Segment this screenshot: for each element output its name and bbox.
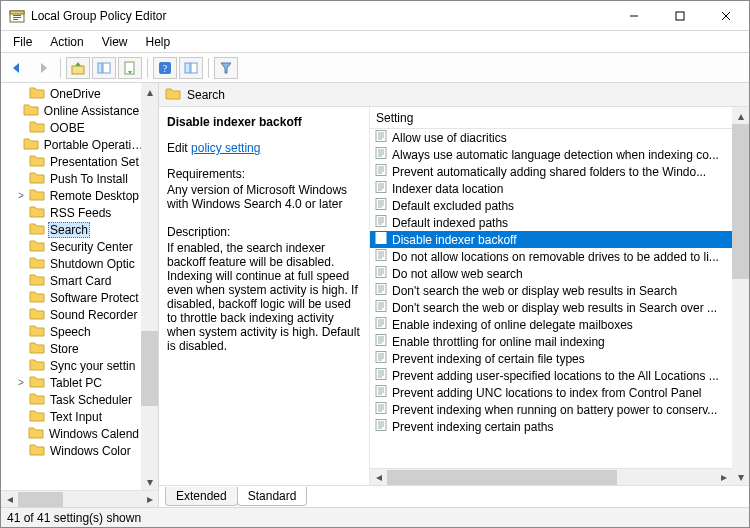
menu-action[interactable]: Action [42,33,91,51]
back-button[interactable] [5,57,29,79]
settings-list[interactable]: Allow use of diacriticsAlways use automa… [370,129,732,468]
tree-item[interactable]: >Online Assistance [1,102,141,119]
setting-row[interactable]: Do not allow web search [370,265,732,282]
setting-row[interactable]: Prevent indexing certain paths [370,418,732,435]
scroll-thumb[interactable] [18,492,63,507]
setting-row[interactable]: Indexer data location [370,180,732,197]
tree-item[interactable]: >Search [1,221,141,238]
tree-expander-icon[interactable]: > [15,190,27,201]
folder-icon [29,221,45,238]
filter-button[interactable] [214,57,238,79]
tree-item[interactable]: >Security Center [1,238,141,255]
tab-standard[interactable]: Standard [237,487,308,506]
list-column-header[interactable]: Setting [370,107,732,129]
setting-row[interactable]: Disable indexer backoff [370,231,732,248]
close-button[interactable] [703,1,749,30]
setting-label: Always use automatic language detection … [392,148,719,162]
scroll-thumb[interactable] [387,470,617,485]
tree-item[interactable]: >OneDrive [1,85,141,102]
tree-item[interactable]: >OOBE [1,119,141,136]
setting-row[interactable]: Prevent automatically adding shared fold… [370,163,732,180]
setting-row[interactable]: Prevent indexing of certain file types [370,350,732,367]
tree-item[interactable]: >Presentation Set [1,153,141,170]
folder-icon [29,340,45,357]
setting-label: Prevent adding UNC locations to index fr… [392,386,702,400]
help-button[interactable]: ? [153,57,177,79]
tree-item-label: Smart Card [48,274,113,288]
edit-policy-link[interactable]: policy setting [191,141,260,155]
setting-row[interactable]: Allow use of diacritics [370,129,732,146]
svg-rect-52 [376,250,386,261]
export-list-button[interactable] [118,57,142,79]
tree-item[interactable]: >Portable Operati… [1,136,141,153]
policy-icon [374,350,388,367]
scroll-thumb[interactable] [732,124,749,279]
show-hide-tree-button[interactable] [92,57,116,79]
setting-row[interactable]: Prevent adding user-specified locations … [370,367,732,384]
setting-row[interactable]: Default indexed paths [370,214,732,231]
tree-vertical-scrollbar[interactable]: ▴ ▾ [141,83,158,490]
scroll-left-arrow[interactable]: ◂ [370,470,387,485]
tree-item[interactable]: >Speech [1,323,141,340]
setting-label: Prevent indexing when running on battery… [392,403,717,417]
scroll-down-arrow[interactable]: ▾ [732,468,749,485]
scroll-right-arrow[interactable]: ▸ [141,492,158,507]
minimize-button[interactable] [611,1,657,30]
policy-icon [374,384,388,401]
tree-item[interactable]: >Task Scheduler [1,391,141,408]
tree-item[interactable]: >Windows Calend [1,425,141,442]
tree-item[interactable]: >Sound Recorder [1,306,141,323]
content-area: Disable indexer backoff Edit policy sett… [159,107,749,485]
tree-item-label: Online Assistance [42,104,141,118]
setting-row[interactable]: Do not allow locations on removable driv… [370,248,732,265]
tree-item[interactable]: >Remote Desktop [1,187,141,204]
folder-icon [29,85,45,102]
right-pane: Search Disable indexer backoff Edit poli… [159,83,749,507]
properties-button[interactable] [179,57,203,79]
maximize-button[interactable] [657,1,703,30]
forward-button[interactable] [31,57,55,79]
list-horizontal-scrollbar[interactable]: ◂ ▸ [370,468,732,485]
up-level-button[interactable] [66,57,90,79]
tree-item[interactable]: >Push To Install [1,170,141,187]
menu-view[interactable]: View [94,33,136,51]
tree-item[interactable]: >Windows Color [1,442,141,459]
menu-file[interactable]: File [5,33,40,51]
menu-help[interactable]: Help [138,33,179,51]
folder-icon [29,391,45,408]
scroll-up-arrow[interactable]: ▴ [732,107,749,124]
setting-row[interactable]: Prevent adding UNC locations to index fr… [370,384,732,401]
tree-item[interactable]: >Smart Card [1,272,141,289]
folder-icon [29,374,45,391]
tree-item[interactable]: >Shutdown Optic [1,255,141,272]
scroll-down-arrow[interactable]: ▾ [141,473,158,490]
tree-item[interactable]: >RSS Feeds [1,204,141,221]
tree-item[interactable]: >Store [1,340,141,357]
tree-item[interactable]: >Software Protect [1,289,141,306]
scroll-up-arrow[interactable]: ▴ [141,83,158,100]
tree-item[interactable]: >Sync your settin [1,357,141,374]
setting-row[interactable]: Default excluded paths [370,197,732,214]
scroll-left-arrow[interactable]: ◂ [1,492,18,507]
setting-row[interactable]: Enable throttling for online mail indexi… [370,333,732,350]
policy-icon [374,231,388,248]
tree-horizontal-scrollbar[interactable]: ◂ ▸ [1,490,158,507]
tree-expander-icon[interactable]: > [15,377,27,388]
requirements-text: Any version of Microsoft Windows with Wi… [167,183,361,211]
titlebar: Local Group Policy Editor [1,1,749,31]
scroll-right-arrow[interactable]: ▸ [715,470,732,485]
setting-row[interactable]: Enable indexing of online delegate mailb… [370,316,732,333]
svg-rect-77 [376,335,386,346]
tree-item[interactable]: >Tablet PC [1,374,141,391]
scroll-thumb[interactable] [141,331,158,406]
setting-row[interactable]: Don't search the web or display web resu… [370,299,732,316]
folder-icon [29,187,45,204]
list-vertical-scrollbar[interactable]: ▴ ▾ [732,107,749,485]
menubar: File Action View Help [1,31,749,53]
tree-item[interactable]: >Text Input [1,408,141,425]
setting-row[interactable]: Don't search the web or display web resu… [370,282,732,299]
tab-extended[interactable]: Extended [165,487,238,506]
setting-row[interactable]: Always use automatic language detection … [370,146,732,163]
setting-row[interactable]: Prevent indexing when running on battery… [370,401,732,418]
tree-view[interactable]: >OneDrive>Online Assistance>OOBE>Portabl… [1,83,141,490]
